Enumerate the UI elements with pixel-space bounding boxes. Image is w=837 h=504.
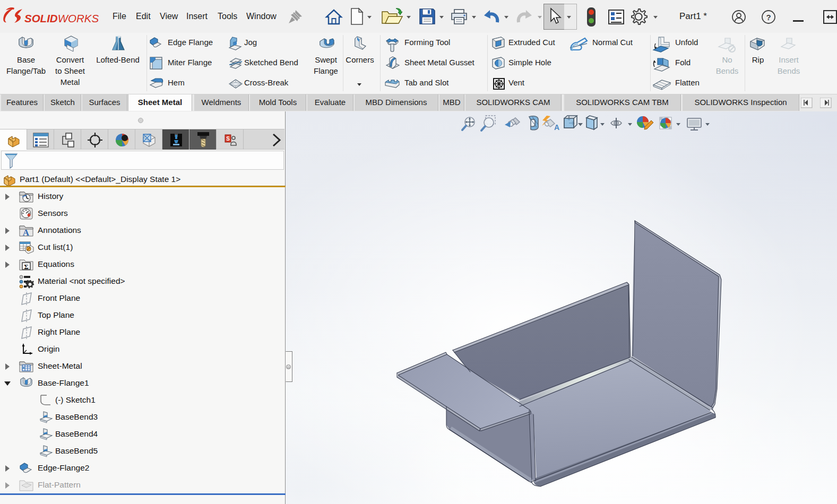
svg-text:?: ? — [766, 13, 771, 22]
svg-text:Σ: Σ — [24, 263, 29, 271]
svg-text:SOLIDWORKS: SOLIDWORKS — [24, 12, 99, 24]
svg-text:A: A — [554, 123, 559, 132]
svg-text:A: A — [23, 228, 30, 237]
